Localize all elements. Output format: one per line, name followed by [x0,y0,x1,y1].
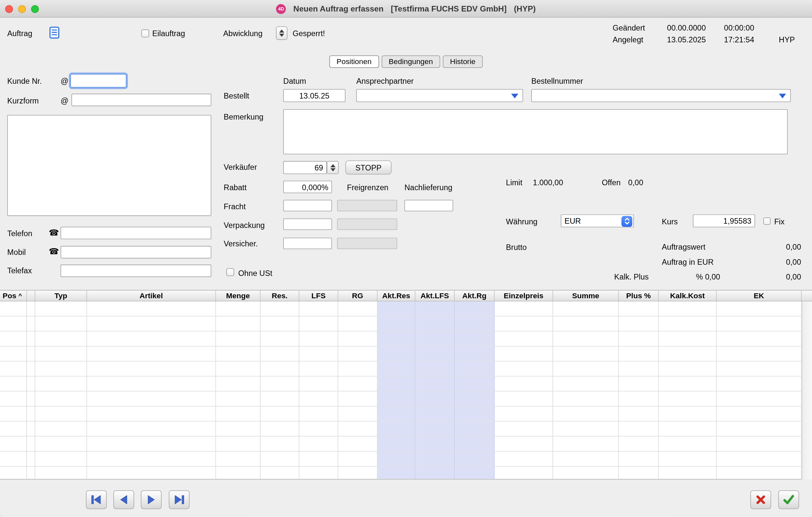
table-cell [415,376,455,391]
nav-first-record-button[interactable] [86,490,107,509]
table-cell [0,436,27,451]
mobil-input[interactable] [60,246,211,258]
table-cell [35,347,87,361]
table-row[interactable] [0,347,802,362]
bestellt-date-input[interactable] [283,89,345,102]
waehrung-popup-icon[interactable] [621,216,632,227]
column-header-akt-lfs[interactable]: Akt.LFS [415,290,455,301]
cancel-button[interactable] [750,490,771,509]
versicher-input[interactable] [283,238,332,249]
kurzform-input[interactable] [71,94,211,106]
bestellnummer-label: Bestellnummer [531,76,583,86]
table-cell [659,347,717,361]
column-header-akt-rg[interactable]: Akt.Rg [455,290,494,301]
table-cell [553,466,619,479]
nav-previous-record-button[interactable] [113,490,134,509]
telefax-input[interactable] [60,265,211,277]
table-cell [659,436,717,451]
bemerkung-textarea[interactable] [283,109,788,154]
table-cell [216,392,260,406]
customer-address-box[interactable] [7,115,211,216]
table-body[interactable] [0,301,802,480]
ansprechpartner-combobox[interactable] [356,89,523,102]
table-row[interactable] [0,301,802,317]
kalk-plus-percent: % 0,00 [696,272,720,282]
order-document-icon[interactable] [49,26,60,41]
column-header-lfs[interactable]: LFS [299,290,338,301]
table-cell [87,452,216,466]
column-header-artikel[interactable]: Artikel [87,290,216,301]
table-cell [455,466,494,479]
kurs-input[interactable] [693,214,755,227]
bestellnummer-dropdown-icon[interactable] [779,94,786,98]
table-cell [495,347,553,361]
column-header-ek[interactable]: EK [717,290,802,301]
tab-bedingungen[interactable]: Bedingungen [381,56,440,68]
table-cell [216,376,260,391]
table-row[interactable] [0,316,802,332]
table-cell [35,361,87,376]
column-header-einzelpreis[interactable]: Einzelpreis [495,290,553,301]
table-cell [717,301,802,316]
table-row[interactable] [0,466,802,479]
column-header-pos[interactable]: Pos^ [0,290,27,301]
column-header-kalk-kost[interactable]: Kalk.Kost [659,290,717,301]
stopp-button[interactable]: STOPP [346,161,392,175]
table-row[interactable] [0,422,802,436]
table-cell [495,316,553,331]
table-cell [299,347,338,361]
table-cell [35,301,87,316]
table-row[interactable] [0,436,802,452]
table-cell [260,436,299,451]
ok-button[interactable] [779,490,799,509]
table-cell [495,361,553,376]
column-header-rg[interactable]: RG [338,290,377,301]
rabatt-input[interactable] [283,181,332,193]
fix-checkbox[interactable] [763,218,771,225]
column-header-summe[interactable]: Summe [553,290,619,301]
user-code: HYP [779,35,795,45]
cancel-x-icon [755,494,767,506]
column-header-blank[interactable] [27,290,35,301]
app-window: 4D Neuen Auftrag erfassen [Testfirma FUC… [0,0,812,517]
table-row[interactable] [0,452,802,467]
column-header-typ[interactable]: Typ [35,290,87,301]
table-row[interactable] [0,376,802,392]
kurzform-at-symbol: @ [60,96,68,106]
tab-positionen[interactable]: Positionen [329,56,379,68]
table-row[interactable] [0,332,802,347]
table-cell [553,301,619,316]
abwicklung-stepper[interactable] [276,26,287,40]
table-row[interactable] [0,361,802,376]
table-cell [415,466,455,479]
table-row[interactable] [0,407,802,422]
verkaeufer-stepper[interactable] [327,161,339,174]
fracht-nachlieferung-input[interactable] [404,200,453,211]
table-cell [260,332,299,346]
table-cell [717,361,802,376]
table-row[interactable] [0,392,802,407]
nav-last-record-button[interactable] [169,490,190,509]
column-header-menge[interactable]: Menge [216,290,260,301]
kunde-nr-input[interactable] [70,74,126,87]
verpackung-input[interactable] [283,219,332,230]
verkaeufer-input[interactable] [283,161,326,174]
waehrung-select[interactable]: EUR [561,214,634,227]
tab-historie[interactable]: Historie [443,56,483,68]
nav-next-record-button[interactable] [141,490,162,509]
table-vertical-scrollbar[interactable] [802,301,812,480]
table-cell [260,407,299,421]
column-header-res[interactable]: Res. [260,290,299,301]
bestellnummer-combobox[interactable] [531,89,791,102]
geaendert-time: 00:00:00 [724,23,754,32]
eilauftrag-checkbox[interactable] [141,30,149,37]
table-cell [717,332,802,346]
telefon-input[interactable] [60,227,211,239]
column-header-akt-res[interactable]: Akt.Res [377,290,415,301]
ansprechpartner-dropdown-icon[interactable] [511,94,518,98]
table-cell [35,407,87,421]
ohne-ust-checkbox[interactable] [226,268,234,276]
column-header-plus[interactable]: Plus % [619,290,659,301]
fracht-input[interactable] [283,200,332,211]
table-cell [495,452,553,466]
